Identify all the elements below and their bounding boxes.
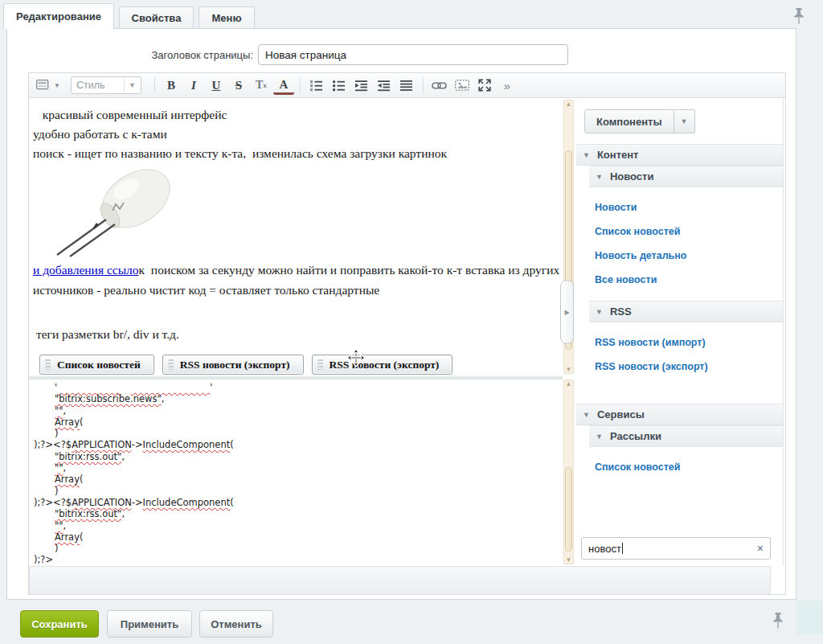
- editor-status-bar: [29, 566, 771, 595]
- sidebar-item-news-detail[interactable]: Новость детально: [576, 244, 783, 268]
- sidebar-item-all-news[interactable]: Все новости: [576, 268, 783, 292]
- pin-icon[interactable]: [772, 612, 784, 630]
- fullscreen-button[interactable]: [474, 76, 495, 95]
- italic-button[interactable]: I: [183, 76, 204, 95]
- move-cursor-icon: [346, 348, 366, 367]
- bullet-list-button[interactable]: [329, 76, 350, 95]
- chevron-down-icon: ▼: [674, 109, 695, 133]
- sidebar-item-mailing-news-list[interactable]: Список новостей: [576, 455, 783, 479]
- editor-link[interactable]: и добавления ссыло: [33, 263, 139, 277]
- clear-format-button[interactable]: Tx: [251, 76, 272, 95]
- tab-properties[interactable]: Свойства: [119, 6, 194, 29]
- code-line: ' ': [29, 382, 563, 393]
- layout-icon: [36, 80, 51, 91]
- wysiwyg-area[interactable]: красивый современный интерфейс удобно ра…: [29, 98, 563, 375]
- style-select-value: Стиль: [76, 80, 105, 91]
- image-icon: [455, 80, 469, 91]
- drag-grip-icon: [45, 359, 51, 370]
- sidebar-splitter-handle[interactable]: ▶: [560, 280, 574, 344]
- editor-toolbar: ▼ Стиль ▼ B I U S Tx A: [29, 73, 785, 98]
- drag-grip-icon: [168, 359, 174, 370]
- code-line: Array(: [29, 416, 563, 428]
- page-title-input[interactable]: [258, 44, 568, 65]
- drag-grip-icon: [317, 359, 323, 370]
- component-search-input[interactable]: новост ×: [581, 537, 771, 560]
- clear-search-icon[interactable]: ×: [757, 542, 764, 555]
- code-line: ): [29, 428, 563, 439]
- editor-text-line: удобно работать с к-тами: [33, 125, 559, 144]
- strikethrough-button[interactable]: S: [228, 76, 249, 95]
- ordered-list-icon: [309, 80, 323, 92]
- text-cursor: [622, 543, 623, 554]
- ordered-list-button[interactable]: [306, 76, 327, 95]
- search-value: новост: [588, 543, 621, 555]
- code-line: "bitrix:rss.out",: [29, 451, 563, 462]
- code-line: "",: [29, 405, 563, 416]
- led-image: [46, 166, 559, 260]
- html-editor-widget: ▼ Стиль ▼ B I U S Tx A: [28, 72, 786, 595]
- sidebar-subsection-mailing[interactable]: ▼Рассылки: [589, 425, 783, 447]
- scroll-down-icon[interactable]: ▼: [564, 366, 573, 373]
- underline-button[interactable]: U: [206, 76, 227, 95]
- more-tools-button[interactable]: »: [497, 76, 518, 95]
- insert-image-button[interactable]: [452, 76, 473, 95]
- chevron-down-icon: ▼: [54, 82, 60, 89]
- chevron-down-icon: ▼: [124, 78, 136, 92]
- scroll-down-icon[interactable]: ▼: [564, 556, 573, 564]
- code-line: "",: [29, 520, 563, 531]
- scroll-up-icon[interactable]: ▲: [564, 380, 573, 388]
- sidebar-item-news-list[interactable]: Список новостей: [576, 219, 783, 244]
- component-block-rss-export-2[interactable]: RSS новости (экспорт): [312, 355, 453, 375]
- indent-button[interactable]: [351, 76, 372, 95]
- editor-paragraph: и добавления ссылок поиском за секунду м…: [33, 260, 560, 300]
- triangle-down-icon: ▼: [583, 151, 590, 159]
- editor-text-line: поиск - ищет по названию и тексту к-та, …: [33, 144, 559, 163]
- component-block-news-list[interactable]: Список новостей: [39, 355, 154, 375]
- code-line: Array(: [29, 531, 563, 543]
- sidebar-item-rss-export[interactable]: RSS новости (экспорт): [576, 355, 783, 379]
- code-area[interactable]: ' '"bitrix:subscribe.news","",Array());?…: [29, 379, 563, 566]
- code-scrollbar[interactable]: ▲ ▼: [563, 379, 574, 564]
- code-line: "bitrix:rss.out",: [29, 508, 563, 519]
- link-button[interactable]: [429, 76, 450, 95]
- fullscreen-icon: [478, 79, 491, 92]
- style-select[interactable]: Стиль ▼: [71, 76, 141, 94]
- outdent-button[interactable]: [374, 76, 395, 95]
- justify-button[interactable]: [396, 76, 417, 95]
- triangle-down-icon: ▼: [596, 433, 603, 441]
- save-button[interactable]: Сохранить: [20, 610, 99, 638]
- components-sidebar: Компоненты ▼ ▼Контент ▼Новости Новости С…: [576, 98, 784, 566]
- font-color-button[interactable]: A: [273, 76, 294, 95]
- code-line: "bitrix:subscribe.news",: [29, 393, 563, 404]
- component-row: Список новостей RSS новости (экспорт) RS…: [39, 355, 559, 375]
- view-mode-button[interactable]: ▼: [36, 76, 60, 95]
- toolbar-separator: [154, 77, 155, 93]
- sidebar-subsection-rss[interactable]: ▼RSS: [589, 301, 783, 322]
- code-line: "",: [29, 462, 563, 474]
- pin-icon[interactable]: [792, 7, 805, 25]
- tab-menu[interactable]: Меню: [199, 6, 255, 29]
- sidebar-section-content[interactable]: ▼Контент: [576, 144, 783, 166]
- code-line: );?><?$APPLICATION->IncludeComponent(: [29, 439, 563, 450]
- code-line: );?>: [29, 554, 563, 565]
- tab-editing[interactable]: Редактирование: [3, 3, 114, 29]
- scroll-up-icon[interactable]: ▲: [564, 100, 573, 108]
- indent-icon: [354, 80, 368, 92]
- sidebar-item-rss-import[interactable]: RSS новости (импорт): [576, 330, 783, 355]
- components-button[interactable]: Компоненты ▼: [584, 109, 695, 133]
- scrollbar-thumb[interactable]: [565, 467, 572, 552]
- bold-button[interactable]: B: [161, 76, 182, 95]
- toolbar-separator: [300, 77, 301, 93]
- page-title-label: Заголовок страницы:: [104, 49, 253, 61]
- component-block-rss-export[interactable]: RSS новости (экспорт): [162, 355, 304, 375]
- sidebar-section-services[interactable]: ▼Сервисы: [576, 404, 783, 425]
- sidebar-subsection-news[interactable]: ▼Новости: [589, 166, 783, 187]
- code-line: ): [29, 543, 563, 554]
- editor-text-line: красивый современный интерфейс: [33, 105, 559, 125]
- sidebar-item-news[interactable]: Новости: [576, 195, 783, 219]
- code-line: ): [29, 486, 563, 497]
- code-line: );?><?$APPLICATION->IncludeComponent(: [29, 497, 563, 508]
- apply-button[interactable]: Применить: [107, 610, 192, 638]
- outdent-icon: [377, 80, 391, 92]
- cancel-button[interactable]: Отменить: [199, 610, 273, 638]
